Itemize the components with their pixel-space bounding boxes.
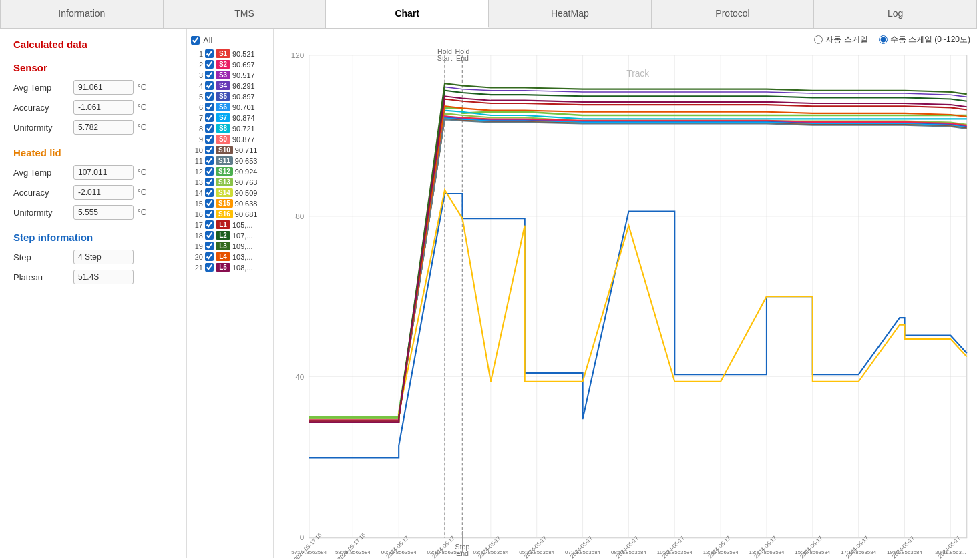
legend-badge-S3: S3 (216, 71, 230, 79)
legend-checkbox-S15[interactable] (205, 199, 214, 208)
lid-avg-temp-input[interactable] (73, 165, 134, 180)
legend-checkbox-L5[interactable] (205, 263, 214, 272)
legend-checkbox-S4[interactable] (205, 81, 214, 90)
tab-tms[interactable]: TMS (164, 0, 327, 28)
svg-text:15:38.8563584: 15:38.8563584 (795, 549, 830, 555)
sensor-accuracy-input[interactable] (73, 100, 134, 115)
legend-badge-S4: S4 (216, 81, 230, 90)
legend-checkbox-L4[interactable] (205, 252, 214, 261)
legend-all-label: All (203, 35, 212, 45)
legend-all-checkbox[interactable] (191, 36, 200, 45)
legend-checkbox-S10[interactable] (205, 146, 214, 154)
calculated-data-title: Calculated data (13, 39, 173, 50)
auto-scale-option[interactable]: 자동 스케일 (814, 34, 867, 45)
legend-val-S2: 90.697 (232, 61, 255, 69)
svg-text:57:07.8563584: 57:07.8563584 (291, 549, 327, 555)
legend-checkbox-S16[interactable] (205, 210, 214, 218)
legend-checkbox-S13[interactable] (205, 178, 214, 186)
step-label: Step (13, 252, 73, 262)
legend-badge-L2: L2 (216, 231, 230, 240)
legend-num: 20 (191, 253, 203, 261)
legend-num: 4 (191, 82, 203, 90)
tab-bar: Information TMS Chart HeatMap Protocol L… (0, 0, 977, 29)
legend-badge-S1: S1 (216, 49, 230, 58)
svg-text:End: End (456, 54, 469, 62)
legend-checkbox-S6[interactable] (205, 103, 214, 111)
legend-val-S4: 96.291 (232, 82, 255, 90)
heated-lid-title: Heated lid (13, 147, 173, 158)
lid-uniformity-input[interactable] (73, 205, 134, 220)
legend-checkbox-S5[interactable] (205, 92, 214, 101)
legend-checkbox-S8[interactable] (205, 124, 214, 133)
chart-wrapper: 120 80 40 0 Hold Hold Start End Step End… (277, 48, 970, 559)
legend-num: 16 (191, 210, 203, 218)
legend-checkbox-S3[interactable] (205, 71, 214, 79)
legend-all-row[interactable]: All (191, 35, 269, 45)
legend-num: 11 (191, 157, 203, 165)
legend-item: 7 S7 90.874 (191, 113, 269, 122)
legend-num: 8 (191, 125, 203, 133)
lid-accuracy-input[interactable] (73, 185, 134, 200)
step-info-title: Step information (13, 232, 173, 243)
tab-chart[interactable]: Chart (326, 0, 489, 28)
legend-badge-S7: S7 (216, 113, 230, 122)
legend-item: 9 S9 90.877 (191, 135, 269, 144)
legend-num: 12 (191, 168, 203, 176)
legend-checkbox-S9[interactable] (205, 135, 214, 144)
legend-checkbox-L3[interactable] (205, 242, 214, 250)
legend-num: 10 (191, 146, 203, 154)
manual-scale-option[interactable]: 수동 스케일 (0~120도) (879, 34, 970, 45)
legend-item: 14 S14 90.509 (191, 188, 269, 197)
svg-text:17:19.8563584: 17:19.8563584 (841, 549, 876, 555)
legend-item: 16 S16 90.681 (191, 210, 269, 218)
legend-item: 18 L2 107,... (191, 231, 269, 240)
svg-text:0: 0 (300, 533, 305, 541)
legend-val-S9: 90.877 (232, 135, 255, 144)
legend-checkbox-L1[interactable] (205, 220, 214, 229)
legend-val-L1: 105,... (232, 221, 253, 229)
legend-badge-S5: S5 (216, 92, 230, 101)
legend-checkbox-S1[interactable] (205, 49, 214, 58)
svg-text:Track: Track (626, 69, 649, 79)
step-input[interactable] (73, 250, 134, 264)
sensor-uniformity-input[interactable] (73, 120, 134, 135)
legend-item: 17 L1 105,... (191, 220, 269, 229)
legend-checkbox-S14[interactable] (205, 188, 214, 197)
legend-num: 13 (191, 178, 203, 186)
legend-num: 3 (191, 71, 203, 79)
svg-text:12:16.8563584: 12:16.8563584 (703, 549, 739, 555)
svg-text:08:54.8563584: 08:54.8563584 (611, 549, 646, 555)
legend-item: 13 S13 90.763 (191, 178, 269, 186)
auto-scale-radio[interactable] (814, 35, 823, 44)
legend-checkbox-S12[interactable] (205, 167, 214, 176)
legend-val-S10: 90.711 (235, 146, 258, 154)
legend-badge-S8: S8 (216, 124, 230, 133)
legend-checkbox-S2[interactable] (205, 60, 214, 69)
legend-item: 20 L4 103,... (191, 252, 269, 261)
manual-scale-radio[interactable] (879, 35, 888, 44)
lid-accuracy-label: Accuracy (13, 188, 73, 198)
sensor-avg-temp-input[interactable] (73, 80, 134, 95)
legend-val-S8: 90.721 (232, 125, 255, 133)
svg-text:07:13.8563584: 07:13.8563584 (565, 549, 600, 555)
chart-svg: 120 80 40 0 Hold Hold Start End Step End… (277, 48, 970, 559)
chart-area: 자동 스케일 수동 스케일 (0~120도) (274, 29, 977, 558)
svg-text:Step: Step (456, 557, 469, 559)
tab-information[interactable]: Information (0, 0, 164, 28)
plateau-input[interactable] (73, 270, 134, 284)
legend-badge-S9: S9 (216, 135, 230, 144)
svg-text:19:00.8563584: 19:00.8563584 (887, 549, 922, 555)
svg-text:13:57.8563584: 13:57.8563584 (749, 549, 785, 555)
svg-text:05:32.8563584: 05:32.8563584 (519, 549, 554, 555)
legend-checkbox-S11[interactable] (205, 156, 214, 165)
legend-checkbox-S7[interactable] (205, 113, 214, 122)
legend-checkbox-L2[interactable] (205, 231, 214, 240)
lid-uniformity-unit: °C (138, 208, 146, 217)
legend-val-S3: 90.517 (232, 71, 255, 79)
tab-heatmap[interactable]: HeatMap (489, 0, 652, 28)
tab-log[interactable]: Log (814, 0, 977, 28)
legend-item: 2 S2 90.697 (191, 60, 269, 69)
lid-avg-temp-unit: °C (138, 168, 146, 177)
legend-item: 5 S5 90.897 (191, 92, 269, 101)
tab-protocol[interactable]: Protocol (652, 0, 815, 28)
